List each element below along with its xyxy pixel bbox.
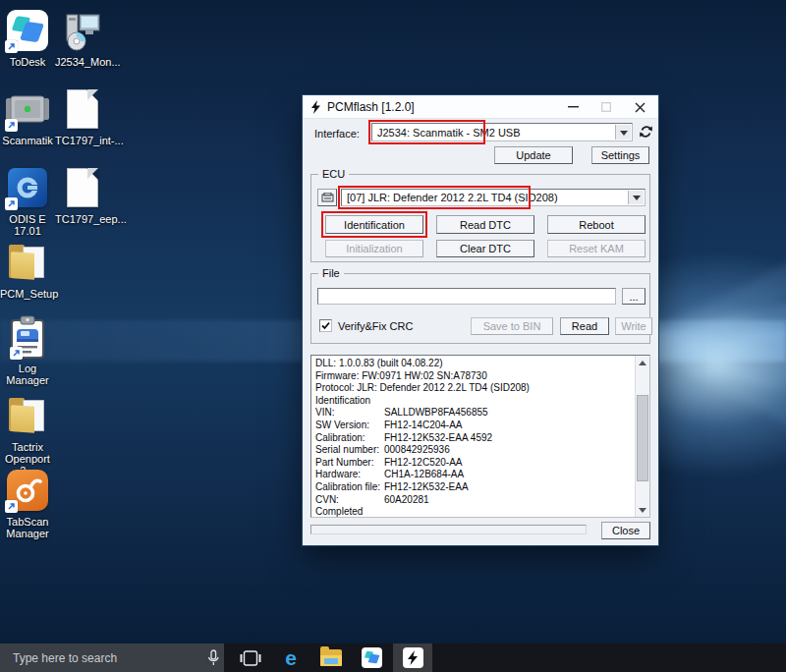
ecu-value: [07] JLR: Defender 2012 2.2L TD4 (SID208… bbox=[347, 192, 558, 203]
scroll-down-icon[interactable] bbox=[636, 503, 649, 517]
window-title: PCMflash [1.2.0] bbox=[327, 100, 415, 114]
desktop-icon-label: TC1797_eep... bbox=[55, 213, 110, 225]
verify-crc-label: Verify&Fix CRC bbox=[338, 320, 413, 332]
shortcut-arrow-icon bbox=[5, 197, 18, 210]
clipboard-car-icon bbox=[10, 315, 45, 359]
folder-icon bbox=[7, 398, 48, 433]
desktop-icon-log-manager[interactable]: Log Manager bbox=[0, 314, 55, 386]
file-path-input[interactable] bbox=[317, 288, 616, 305]
desktop-icon-todesk[interactable]: ToDesk bbox=[0, 8, 55, 68]
search-placeholder: Type here to search bbox=[13, 651, 117, 665]
save-to-bin-button[interactable]: Save to BIN bbox=[471, 317, 553, 335]
pcmflash-taskbar-icon[interactable] bbox=[393, 644, 432, 672]
taskbar: Type here to search e bbox=[0, 644, 786, 672]
browse-button[interactable]: ... bbox=[622, 288, 646, 305]
desktop-icon-tabscan[interactable]: TabScan Manager bbox=[0, 468, 55, 539]
update-button[interactable]: Update bbox=[494, 146, 573, 164]
microphone-icon[interactable] bbox=[206, 649, 220, 670]
shortcut-arrow-icon bbox=[5, 119, 18, 132]
installer-computer-icon bbox=[62, 9, 103, 52]
interface-label: Interface: bbox=[314, 128, 360, 140]
close-window-button[interactable] bbox=[625, 95, 654, 119]
ecu-group: ECU [07] JLR: Defender 2012 2.2L TD4 (SI… bbox=[310, 174, 650, 262]
desktop-icon-tc1797-eep[interactable]: TC1797_eep... bbox=[55, 165, 110, 225]
minimize-button[interactable] bbox=[558, 95, 588, 119]
folder-icon bbox=[7, 245, 48, 280]
desktop-icon-j2534-installer[interactable]: J2534_Mon... bbox=[55, 8, 110, 68]
scrollbar-thumb[interactable] bbox=[637, 395, 648, 481]
desktop-icon-tc1797-int[interactable]: TC1797_int-... bbox=[55, 86, 110, 146]
log-text: DLL: 1.0.0.83 (built 04.08.22) Firmware:… bbox=[311, 356, 635, 517]
log-output[interactable]: DLL: 1.0.0.83 (built 04.08.22) Firmware:… bbox=[310, 355, 650, 518]
settings-button[interactable]: Settings bbox=[591, 146, 649, 164]
progress-bar bbox=[310, 525, 587, 534]
desktop-icon-label: ToDesk bbox=[0, 56, 55, 68]
ecu-group-label: ECU bbox=[318, 168, 349, 180]
file-group-label: File bbox=[318, 267, 344, 279]
identification-button[interactable]: Identification bbox=[325, 215, 423, 234]
desktop-icon-label: J2534_Mon... bbox=[55, 56, 110, 68]
desktop-icon-label: PCM_Setup bbox=[0, 288, 55, 300]
document-icon bbox=[67, 168, 98, 207]
desktop-icon-pcm-setup[interactable]: PCM_Setup bbox=[0, 240, 55, 300]
desktop-icon-label: TC1797_int-... bbox=[55, 135, 110, 146]
ecu-dropdown[interactable]: [07] JLR: Defender 2012 2.2L TD4 (SID208… bbox=[341, 189, 646, 206]
app-bolt-icon bbox=[310, 100, 321, 114]
read-dtc-button[interactable]: Read DTC bbox=[436, 215, 534, 234]
desktop-icon-label: TabScan Manager bbox=[0, 516, 55, 539]
edge-icon[interactable]: e bbox=[271, 644, 310, 672]
desktop-icon-label: ODIS E 17.01 bbox=[0, 213, 55, 237]
desktop-icon-scanmatik[interactable]: Scanmatik bbox=[0, 86, 55, 146]
shortcut-arrow-icon bbox=[5, 500, 18, 513]
dropdown-arrow-icon[interactable] bbox=[628, 191, 644, 204]
verify-crc-checkbox[interactable] bbox=[319, 319, 332, 332]
read-button[interactable]: Read bbox=[560, 317, 609, 335]
desktop-icon-tactrix[interactable]: Tactrix Openport 2... bbox=[0, 393, 55, 476]
pcmflash-window: PCMflash [1.2.0] Interface: J2534: Scanm… bbox=[303, 95, 658, 545]
interface-dropdown[interactable]: J2534: Scanmatik - SM2 USB bbox=[371, 123, 633, 141]
document-icon bbox=[67, 89, 98, 129]
desktop-icon-odis[interactable]: ODIS E 17.01 bbox=[0, 165, 55, 237]
taskbar-search[interactable]: Type here to search bbox=[0, 644, 224, 672]
todesk-taskbar-icon[interactable] bbox=[352, 644, 391, 672]
shortcut-arrow-icon bbox=[5, 40, 18, 53]
initialization-button[interactable]: Initialization bbox=[325, 240, 423, 257]
maximize-button[interactable] bbox=[591, 95, 621, 119]
ecu-module-icon-button[interactable] bbox=[317, 189, 337, 206]
task-view-icon[interactable] bbox=[231, 644, 270, 672]
file-explorer-icon[interactable] bbox=[311, 644, 351, 672]
desktop-icon-label: Scanmatik bbox=[0, 135, 55, 146]
interface-value: J2534: Scanmatik - SM2 USB bbox=[377, 127, 521, 139]
reboot-button[interactable]: Reboot bbox=[547, 215, 646, 234]
dropdown-arrow-icon[interactable] bbox=[615, 125, 631, 140]
file-group: File ... Verify&Fix CRC Save to BIN Read… bbox=[310, 273, 650, 344]
close-button[interactable]: Close bbox=[601, 522, 650, 539]
desktop-icon-label: Log Manager bbox=[0, 363, 55, 386]
log-scrollbar[interactable] bbox=[635, 356, 649, 517]
write-button[interactable]: Write bbox=[615, 317, 652, 335]
refresh-icon[interactable] bbox=[639, 124, 653, 141]
clear-dtc-button[interactable]: Clear DTC bbox=[436, 240, 534, 257]
shortcut-arrow-icon bbox=[10, 347, 23, 360]
scroll-up-icon[interactable] bbox=[636, 356, 649, 369]
reset-kam-button[interactable]: Reset KAM bbox=[547, 240, 646, 257]
